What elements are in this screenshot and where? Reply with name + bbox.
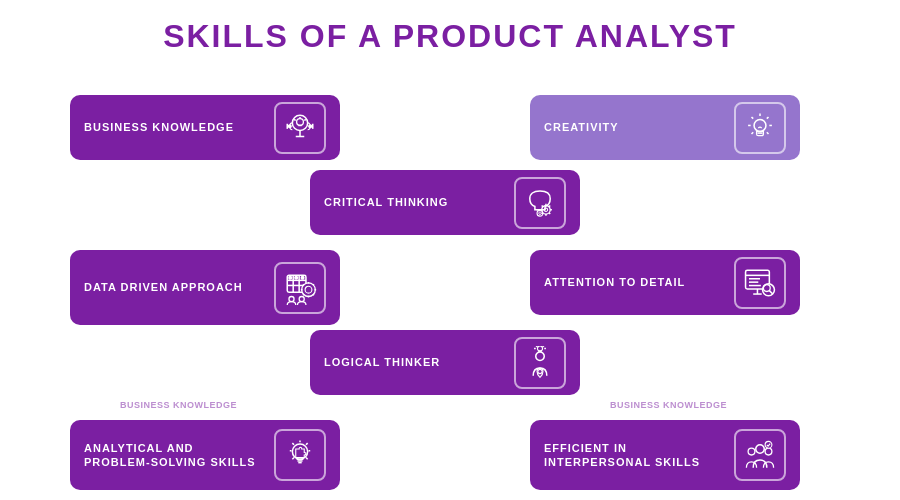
svg-point-43 [301, 276, 304, 279]
svg-point-66 [536, 351, 545, 360]
svg-point-44 [289, 296, 294, 301]
svg-line-30 [542, 205, 543, 206]
card-attention-detail: ATTENTION TO DETAIL [530, 250, 800, 315]
critical-thinking-icon [514, 177, 566, 229]
svg-line-83 [292, 458, 294, 460]
svg-point-41 [289, 276, 292, 279]
svg-line-81 [292, 443, 294, 445]
svg-line-84 [306, 458, 308, 460]
creativity-icon [734, 102, 786, 154]
page-title: SKILLS OF A PRODUCT ANALYST [0, 0, 900, 55]
svg-point-35 [539, 211, 542, 214]
card-interpersonal: EFFICIENT IN INTERPERSONAL SKILLS [530, 420, 800, 490]
data-driven-icon [274, 262, 326, 314]
business-knowledge-label: BUSINESS KNOWLEDGE [84, 120, 264, 134]
svg-point-14 [754, 119, 766, 131]
critical-thinking-label: CRITICAL THINKING [324, 195, 504, 209]
svg-line-31 [549, 212, 550, 213]
svg-line-72 [536, 346, 538, 347]
svg-line-55 [303, 294, 304, 295]
svg-point-3 [297, 118, 304, 125]
svg-point-67 [537, 346, 542, 351]
interpersonal-icon [734, 429, 786, 481]
svg-point-45 [299, 296, 304, 301]
logical-thinker-label: LOGICAL THINKER [324, 355, 504, 369]
svg-line-53 [313, 294, 314, 295]
data-driven-label: DATA DRIVEN APPROACH [84, 280, 264, 294]
business-knowledge-icon [274, 102, 326, 154]
card-analytical: ANALYTICAL AND PROBLEM-SOLVING SKILLS [70, 420, 340, 490]
svg-line-20 [752, 116, 754, 118]
attention-detail-icon [734, 257, 786, 309]
connector-left: BUSINESS KNOWLEDGE [120, 400, 237, 410]
svg-point-75 [292, 444, 307, 459]
interpersonal-label: EFFICIENT IN INTERPERSONAL SKILLS [544, 441, 724, 470]
card-critical-thinking: CRITICAL THINKING [310, 170, 580, 235]
svg-line-70 [543, 346, 545, 347]
svg-point-86 [748, 448, 755, 455]
svg-point-74 [538, 369, 542, 373]
analytical-icon [274, 429, 326, 481]
svg-line-32 [549, 205, 550, 206]
svg-point-87 [756, 445, 765, 454]
svg-line-17 [767, 116, 769, 118]
analytical-label: ANALYTICAL AND PROBLEM-SOLVING SKILLS [84, 441, 264, 470]
svg-line-54 [313, 284, 314, 285]
creativity-label: CREATIVITY [544, 120, 724, 134]
svg-line-6 [294, 119, 296, 120]
svg-line-19 [767, 132, 769, 134]
svg-line-79 [306, 443, 308, 445]
card-business-knowledge: BUSINESS KNOWLEDGE [70, 95, 340, 160]
svg-point-42 [295, 276, 298, 279]
logical-thinker-icon [514, 337, 566, 389]
svg-line-7 [304, 119, 306, 120]
diagram-area: BUSINESS KNOWLEDGE [0, 65, 900, 495]
attention-detail-label: ATTENTION TO DETAIL [544, 275, 724, 289]
connector-right: BUSINESS KNOWLEDGE [610, 400, 727, 410]
card-data-driven: DATA DRIVEN APPROACH [70, 250, 340, 325]
card-logical-thinker: LOGICAL THINKER [310, 330, 580, 395]
svg-point-88 [765, 448, 772, 455]
svg-line-52 [303, 284, 304, 285]
svg-line-22 [752, 132, 754, 134]
card-creativity: CREATIVITY [530, 95, 800, 160]
